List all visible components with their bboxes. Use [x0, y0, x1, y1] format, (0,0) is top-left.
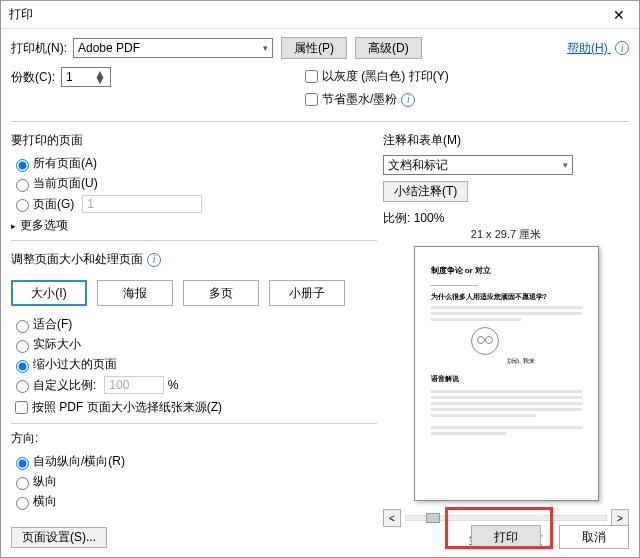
printer-select[interactable]: Adobe PDF ▾ — [73, 38, 273, 58]
radio-current-page[interactable]: 当前页面(U) — [11, 175, 377, 192]
advanced-button[interactable]: 高级(D) — [355, 37, 422, 59]
info-icon: i — [615, 41, 629, 55]
radio-all-pages[interactable]: 所有页面(A) — [11, 155, 377, 172]
properties-button[interactable]: 属性(P) — [281, 37, 347, 59]
cancel-button[interactable]: 取消 — [559, 525, 629, 549]
tab-booklet[interactable]: 小册子 — [269, 280, 345, 306]
radio-auto-orient[interactable]: 自动纵向/横向(R) — [11, 453, 377, 470]
radio-custom[interactable]: 自定义比例:100 % — [11, 376, 377, 394]
radio-actual[interactable]: 实际大小 — [11, 336, 377, 353]
scroll-thumb[interactable] — [426, 513, 440, 523]
more-options-toggle[interactable]: ▸更多选项 — [11, 217, 377, 234]
scale-label: 比例: — [383, 211, 410, 225]
printer-selected: Adobe PDF — [78, 41, 140, 55]
help-link[interactable]: 帮助(H) i — [567, 40, 629, 57]
radio-landscape[interactable]: 横向 — [11, 493, 377, 510]
paper-source-checkbox[interactable]: 按照 PDF 页面大小选择纸张来源(Z) — [11, 398, 377, 417]
triangle-right-icon: ▸ — [11, 221, 16, 231]
face-illustration — [471, 327, 499, 355]
tab-multi[interactable]: 多页 — [183, 280, 259, 306]
tab-poster[interactable]: 海报 — [97, 280, 173, 306]
copies-stepper[interactable]: 1 ▲▼ — [61, 67, 111, 87]
pages-title: 要打印的页面 — [11, 132, 377, 149]
saveink-checkbox[interactable]: 节省墨水/墨粉 i — [301, 90, 449, 109]
scaling-title: 调整页面大小和处理页面 i — [11, 251, 161, 268]
info-icon[interactable]: i — [401, 93, 415, 107]
preview-dimensions: 21 x 29.7 厘米 — [383, 227, 629, 242]
dialog-title: 打印 — [9, 6, 33, 23]
radio-fit[interactable]: 适合(F) — [11, 316, 377, 333]
summarize-button[interactable]: 小结注释(T) — [383, 181, 468, 202]
comments-title: 注释和表单(M) — [383, 132, 629, 149]
titlebar: 打印 ✕ — [1, 1, 639, 29]
orientation-title: 方向: — [11, 430, 377, 447]
copies-value: 1 — [66, 70, 73, 84]
chevron-down-icon: ▾ — [263, 43, 268, 53]
custom-scale-input: 100 — [104, 376, 164, 394]
grayscale-checkbox[interactable]: 以灰度 (黑白色) 打印(Y) — [301, 67, 449, 86]
radio-shrink[interactable]: 缩小过大的页面 — [11, 356, 377, 373]
comments-select[interactable]: 文档和标记 ▾ — [383, 155, 573, 175]
close-icon[interactable]: ✕ — [607, 5, 631, 25]
page-range-input: 1 — [82, 195, 202, 213]
print-preview: 制度争论 or 对立 ———————— 为什么很多人用适应您顽固不愿退学? 别动… — [414, 246, 599, 501]
scale-value: 100% — [414, 211, 445, 225]
copies-label: 份数(C): — [11, 69, 55, 86]
print-button[interactable]: 打印 — [471, 525, 541, 549]
printer-label: 打印机(N): — [11, 40, 67, 57]
spinner-icon[interactable]: ▲▼ — [94, 71, 106, 83]
radio-portrait[interactable]: 纵向 — [11, 473, 377, 490]
print-dialog: 打印 ✕ 打印机(N): Adobe PDF ▾ 属性(P) 高级(D) 帮助(… — [0, 0, 640, 558]
radio-page-range[interactable]: 页面(G)1 — [11, 195, 377, 213]
page-setup-button[interactable]: 页面设置(S)... — [11, 527, 107, 548]
info-icon[interactable]: i — [147, 253, 161, 267]
tab-size[interactable]: 大小(I) — [11, 280, 87, 306]
chevron-down-icon: ▾ — [563, 160, 568, 170]
